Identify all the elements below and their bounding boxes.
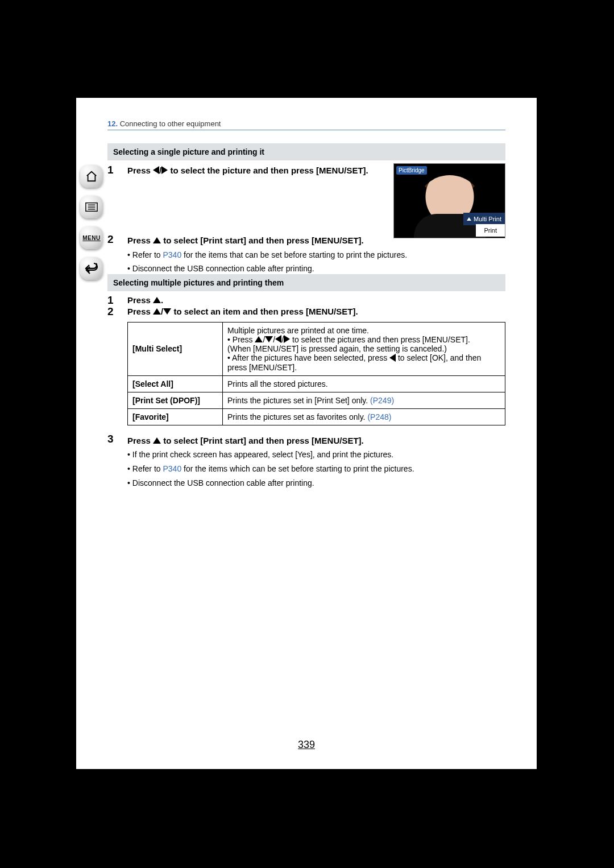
table-row: [Select All] Prints all the stored pictu…: [128, 375, 505, 392]
step-number: 2: [107, 233, 114, 246]
step-instruction: Press to select [Print start] and then p…: [127, 234, 503, 275]
chapter-header: 12. Connecting to other equipment: [107, 119, 505, 128]
up-arrow-icon: [153, 297, 161, 303]
down-arrow-icon: [163, 308, 171, 315]
manual-page: 12. Connecting to other equipment Select…: [76, 98, 537, 769]
option-desc: Prints the pictures set as favorites onl…: [223, 408, 505, 425]
list-icon: [85, 202, 98, 212]
left-arrow-icon: [389, 354, 396, 362]
step-instruction: Press to select [Print start] and then p…: [127, 434, 503, 489]
step-number: 2: [107, 305, 114, 318]
chapter-title: Connecting to other equipment: [118, 119, 221, 128]
option-label: [Select All]: [128, 375, 223, 392]
up-arrow-icon: [467, 217, 471, 221]
camera-screenshot: PictBridge Multi Print Print: [393, 163, 505, 238]
step-number: 1: [107, 294, 114, 307]
option-label: [Multi Select]: [128, 323, 223, 376]
table-row: [Favorite] Prints the pictures set as fa…: [128, 408, 505, 425]
table-row: [Multi Select] Multiple pictures are pri…: [128, 323, 505, 376]
step-number: 1: [107, 164, 114, 176]
options-table: [Multi Select] Multiple pictures are pri…: [127, 322, 505, 425]
up-arrow-icon: [255, 336, 263, 342]
left-arrow-icon: [275, 335, 281, 343]
menu-button[interactable]: MENU: [80, 226, 103, 249]
home-button[interactable]: [80, 165, 103, 188]
page-number: 339: [76, 739, 537, 751]
section-heading-single: Selecting a single picture and printing …: [107, 143, 505, 160]
page-link-p340[interactable]: P340: [163, 464, 182, 473]
up-arrow-icon: [153, 437, 161, 444]
page-link-p340[interactable]: P340: [163, 250, 182, 259]
back-arrow-icon: [85, 263, 98, 274]
table-row: [Print Set (DPOF)] Prints the pictures s…: [128, 392, 505, 408]
option-desc: Prints all the stored pictures.: [223, 375, 505, 392]
step-number: 3: [107, 433, 114, 445]
header-rule: [107, 130, 505, 130]
up-arrow-icon: [153, 308, 161, 315]
multi-print-option: Multi Print: [463, 213, 505, 225]
chapter-number: 12.: [107, 119, 118, 128]
step-instruction: Press / to select an item and then press…: [127, 307, 358, 316]
option-label: [Favorite]: [128, 408, 223, 425]
step-instruction: Press .: [127, 295, 163, 305]
up-arrow-icon: [153, 237, 161, 243]
pictbridge-badge: PictBridge: [396, 166, 427, 175]
back-button[interactable]: [80, 257, 103, 280]
right-arrow-icon: [161, 166, 168, 174]
home-icon: [85, 170, 98, 183]
left-arrow-icon: [153, 166, 159, 174]
step-instruction: Press / to select the picture and then p…: [127, 165, 372, 176]
option-label: [Print Set (DPOF)]: [128, 392, 223, 408]
option-desc: Prints the pictures set in [Print Set] o…: [223, 392, 505, 408]
sidebar-nav: MENU: [76, 165, 107, 288]
contents-button[interactable]: [80, 196, 103, 218]
down-arrow-icon: [265, 336, 273, 342]
page-link-p248[interactable]: (P248): [367, 412, 391, 421]
section-heading-multiple: Selecting multiple pictures and printing…: [107, 274, 505, 291]
option-desc: Multiple pictures are printed at one tim…: [223, 323, 505, 376]
right-arrow-icon: [284, 335, 290, 343]
page-link-p249[interactable]: (P249): [370, 396, 394, 405]
